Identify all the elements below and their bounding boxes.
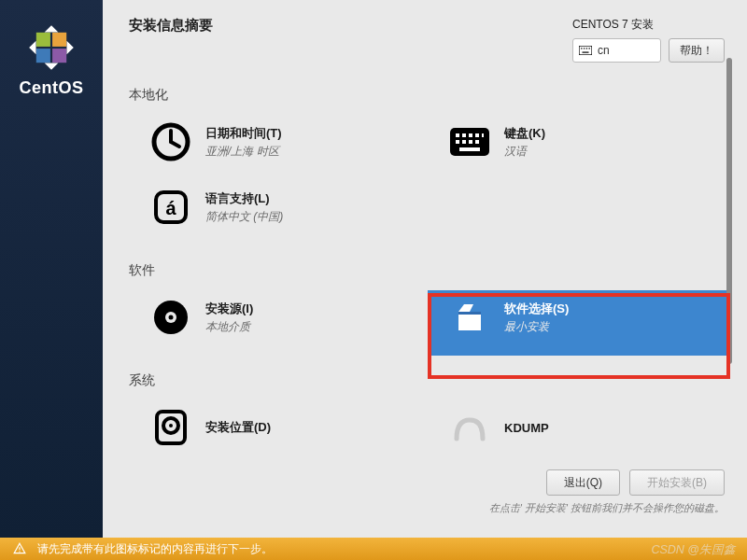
help-button[interactable]: 帮助！	[669, 38, 725, 63]
section-software: 软件	[129, 262, 726, 279]
spoke-source-label: 安装源(I)	[205, 301, 253, 317]
svg-rect-18	[482, 133, 484, 137]
svg-rect-15	[462, 133, 466, 137]
topright: CENTOS 7 安装 cn 帮助！	[572, 17, 725, 63]
centos-logo-icon	[26, 22, 77, 73]
disc-icon	[149, 296, 192, 339]
spoke-datetime[interactable]: 日期和时间(T) 亚洲/上海 时区	[129, 115, 428, 180]
clock-icon	[149, 120, 192, 163]
keyboard-icon	[448, 120, 491, 163]
section-localization: 本地化	[129, 87, 726, 104]
spoke-datetime-sub: 亚洲/上海 时区	[205, 144, 282, 160]
svg-rect-14	[456, 133, 459, 137]
sidebar: CentOS	[0, 0, 103, 538]
warning-icon	[13, 542, 26, 555]
svg-rect-7	[586, 48, 587, 49]
svg-rect-22	[475, 140, 479, 144]
spoke-keyboard-label: 键盘(K)	[504, 125, 545, 142]
svg-rect-9	[583, 51, 589, 52]
svg-rect-19	[456, 140, 459, 144]
svg-rect-16	[469, 133, 472, 137]
quit-button[interactable]: 退出(Q)	[546, 469, 620, 496]
spoke-software-sub: 最小安装	[504, 319, 569, 335]
spoke-source-sub: 本地介质	[205, 319, 253, 335]
footer-note: 在点击' 开始安装' 按钮前我们并不会操作您的磁盘。	[489, 501, 725, 515]
keyboard-small-icon	[579, 46, 592, 55]
brand-logo: CentOS	[19, 22, 83, 98]
svg-point-32	[169, 424, 173, 427]
keyboard-indicator-text: cn	[598, 44, 610, 57]
section-system: 系统	[129, 372, 726, 389]
svg-rect-3	[52, 49, 66, 63]
svg-rect-34	[19, 551, 20, 552]
page-title: 安装信息摘要	[129, 17, 213, 35]
svg-rect-4	[579, 46, 592, 55]
svg-rect-33	[19, 547, 20, 550]
svg-rect-5	[581, 48, 582, 49]
spoke-datetime-label: 日期和时间(T)	[205, 125, 282, 142]
topbar: 安装信息摘要 CENTOS 7 安装 cn 帮助！	[103, 0, 747, 70]
install-name: CENTOS 7 安装	[572, 17, 654, 33]
spoke-source[interactable]: 安装源(I) 本地介质	[129, 290, 428, 356]
spoke-software-selection[interactable]: 软件选择(S) 最小安装	[428, 290, 726, 356]
svg-point-28	[169, 315, 174, 320]
spoke-destination[interactable]: 安装位置(D)	[129, 400, 428, 466]
spoke-language-sub: 简体中文 (中国)	[205, 209, 283, 225]
svg-rect-23	[459, 147, 480, 151]
spoke-keyboard-sub: 汉语	[504, 144, 545, 160]
svg-line-12	[171, 142, 179, 147]
svg-rect-29	[458, 312, 481, 315]
spoke-kdump[interactable]: KDUMP	[428, 400, 726, 466]
spoke-keyboard[interactable]: 键盘(K) 汉语	[428, 115, 726, 180]
svg-rect-2	[36, 49, 50, 63]
kdump-icon	[448, 406, 491, 449]
brand-text: CentOS	[19, 78, 83, 98]
warning-bar: 请先完成带有此图标标记的内容再进行下一步。	[0, 538, 747, 560]
spoke-kdump-label: KDUMP	[504, 421, 549, 435]
scrollbar-thumb[interactable]	[726, 58, 732, 364]
content: 本地化 日期和时间(T) 亚洲/上海 时区	[103, 70, 747, 538]
warning-text: 请先完成带有此图标标记的内容再进行下一步。	[37, 542, 273, 556]
svg-rect-0	[36, 33, 50, 47]
svg-rect-20	[462, 140, 466, 144]
language-icon: á	[149, 186, 192, 229]
footer: 退出(Q) 开始安装(B) 在点击' 开始安装' 按钮前我们并不会操作您的磁盘。	[103, 469, 747, 515]
svg-rect-17	[475, 133, 479, 137]
svg-rect-8	[589, 48, 590, 49]
hdd-icon	[149, 406, 192, 449]
main-panel: 安装信息摘要 CENTOS 7 安装 cn 帮助！ 本地化	[103, 0, 747, 538]
scrollbar[interactable]	[726, 58, 732, 450]
spoke-destination-label: 安装位置(D)	[205, 419, 271, 436]
begin-install-button[interactable]: 开始安装(B)	[629, 469, 725, 496]
package-icon	[448, 296, 491, 339]
svg-rect-6	[584, 48, 585, 49]
svg-rect-1	[52, 33, 66, 47]
spoke-software-label: 软件选择(S)	[504, 301, 569, 317]
keyboard-indicator[interactable]: cn	[572, 38, 661, 63]
svg-text:á: á	[165, 198, 176, 218]
spoke-language[interactable]: á 语言支持(L) 简体中文 (中国)	[129, 180, 428, 245]
spoke-language-label: 语言支持(L)	[205, 190, 283, 207]
svg-rect-21	[469, 140, 472, 144]
